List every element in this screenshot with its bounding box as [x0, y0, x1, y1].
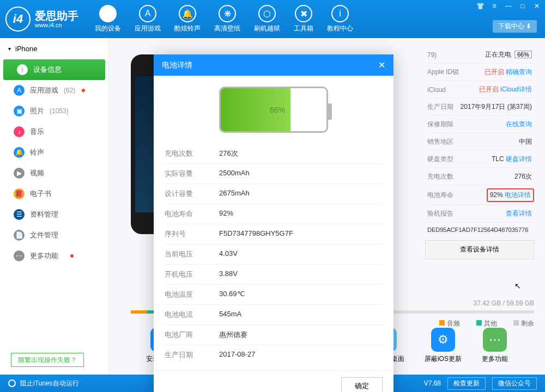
- close-icon[interactable]: ✕: [532, 2, 542, 10]
- nav-icon: i: [331, 5, 349, 22]
- sidebar-label: 视频: [30, 168, 44, 178]
- sidebar-item-2[interactable]: ▣照片(1053): [0, 101, 108, 121]
- modal-title: 电池详情: [162, 60, 192, 70]
- modal-value: 惠州德赛: [219, 330, 247, 340]
- action-label: 更多功能: [482, 354, 508, 364]
- nav-item-6[interactable]: i教程中心: [327, 5, 353, 33]
- info-link[interactable]: 精确查询: [506, 68, 532, 76]
- action-6[interactable]: ⋯更多功能: [482, 328, 508, 364]
- modal-value: 3.88V: [219, 270, 238, 279]
- modal-label: 实际容量: [165, 169, 219, 179]
- info-value: 正在充电: [485, 51, 511, 58]
- maximize-icon[interactable]: □: [518, 2, 528, 10]
- top-nav: 我的设备A应用游戏🔔酷炫铃声❋高清壁纸⬡刷机越狱✖工具箱i教程中心: [95, 5, 353, 33]
- info-row: Apple ID锁已开启 精确查询: [425, 64, 534, 81]
- modal-row: 电池厂商惠州德赛: [165, 324, 383, 345]
- sidebar-item-8[interactable]: 📄文件管理: [0, 225, 108, 246]
- info-value: 92%: [490, 191, 503, 199]
- sidebar-count: (62): [64, 87, 75, 94]
- action-icon: ⚙: [431, 328, 455, 352]
- nav-item-5[interactable]: ✖工具箱: [294, 5, 313, 33]
- nav-icon: ❋: [219, 5, 236, 22]
- sidebar-item-7[interactable]: ☰资料管理: [0, 204, 108, 225]
- ok-button[interactable]: 确定: [341, 377, 383, 392]
- wechat-button[interactable]: 微信公众号: [492, 377, 537, 390]
- modal-row: 充电次数276次: [165, 144, 383, 163]
- nav-icon: 🔔: [179, 5, 196, 22]
- modal-row: 序列号F5D7347798GHY5G7F: [165, 224, 383, 244]
- modal-value: 2500mAh: [219, 169, 250, 179]
- version-label: V7.68: [424, 379, 441, 387]
- nav-icon: A: [139, 5, 156, 22]
- sidebar-device-header[interactable]: ▾ iPhone: [0, 38, 108, 59]
- info-value: 中国: [519, 138, 532, 145]
- nav-item-3[interactable]: ❋高清壁纸: [214, 5, 240, 33]
- sidebar-icon: A: [14, 85, 25, 96]
- battery-percent-label: 66%: [270, 106, 285, 114]
- sidebar-icon: ▣: [14, 106, 25, 117]
- info-row: 销售地区中国: [425, 133, 534, 151]
- sidebar-item-3[interactable]: ♪音乐: [0, 121, 108, 142]
- chevron-down-icon: ▾: [8, 46, 11, 52]
- modal-row: 实际容量2500mAh: [165, 163, 383, 183]
- menu-icon[interactable]: ≡: [489, 2, 499, 10]
- sidebar-item-4[interactable]: 🔔铃声: [0, 142, 108, 163]
- info-label: 充电次数: [427, 172, 453, 181]
- battery-detail-link[interactable]: 电池详情: [505, 191, 531, 199]
- modal-label: 电池温度: [165, 290, 219, 299]
- header: i4 爱思助手 www.i4.cn 我的设备A应用游戏🔔酷炫铃声❋高清壁纸⬡刷机…: [0, 0, 545, 38]
- sidebar-icon: 📕: [14, 188, 25, 199]
- nav-item-4[interactable]: ⬡刷机越狱: [254, 5, 280, 33]
- modal-close-icon[interactable]: ✕: [378, 60, 385, 70]
- modal-row: 设计容量2675mAh: [165, 183, 383, 204]
- nav-label: 高清壁纸: [214, 24, 240, 33]
- sidebar-help-link[interactable]: 频繁出现操作失败？: [11, 353, 84, 367]
- red-dot-icon: [70, 254, 74, 258]
- minimize-icon[interactable]: —: [504, 2, 513, 10]
- sidebar-item-6[interactable]: 📕电子书: [0, 183, 108, 204]
- red-dot-icon: [82, 89, 85, 92]
- sidebar-item-9[interactable]: ⋯更多功能: [0, 246, 108, 266]
- nav-item-1[interactable]: A应用游戏: [135, 5, 161, 33]
- info-label: Apple ID锁: [427, 68, 459, 77]
- modal-label: 序列号: [165, 229, 219, 239]
- download-center-button[interactable]: 下载中心 ⬇: [493, 20, 537, 33]
- modal-label: 电池电流: [165, 310, 219, 320]
- legend-item: 音频: [439, 319, 460, 328]
- modal-value: 2675mAh: [219, 189, 250, 199]
- info-link[interactable]: 查看详情: [506, 210, 532, 217]
- check-update-button[interactable]: 检查更新: [447, 377, 486, 390]
- modal-label: 充电次数: [165, 149, 219, 158]
- logo[interactable]: i4 爱思助手 www.i4.cn: [5, 7, 78, 32]
- info-link[interactable]: 硬盘详情: [506, 155, 532, 163]
- info-row: 生产日期2017年9月17日 (第37周): [425, 99, 534, 116]
- info-link[interactable]: iCloud详情: [500, 85, 532, 93]
- action-icon: ⋯: [483, 328, 507, 352]
- info-label: 销售地区: [427, 137, 453, 146]
- sidebar-item-5[interactable]: ▶视频: [0, 163, 108, 183]
- sidebar-item-0[interactable]: i设备信息: [3, 59, 105, 80]
- nav-item-2[interactable]: 🔔酷炫铃声: [174, 5, 201, 33]
- nav-label: 刷机越狱: [254, 24, 280, 33]
- view-device-detail-button[interactable]: 查看设备详情: [425, 240, 534, 259]
- sidebar-label: 更多功能: [30, 251, 58, 261]
- nav-icon: ✖: [295, 5, 312, 22]
- sidebar-item-1[interactable]: A应用游戏(62): [0, 80, 108, 101]
- legend-swatch: [439, 320, 445, 326]
- sidebar-label: 铃声: [30, 148, 44, 157]
- info-link[interactable]: 在线查询: [506, 120, 532, 128]
- modal-value: 276次: [219, 149, 238, 158]
- info-value: 已开启: [485, 68, 504, 76]
- logo-title: 爱思助手: [35, 10, 78, 22]
- nav-item-0[interactable]: 我的设备: [95, 5, 121, 33]
- nav-label: 工具箱: [294, 24, 313, 33]
- status-itunes-label[interactable]: 阻止iTunes自动运行: [20, 379, 79, 388]
- info-label: 生产日期: [427, 102, 453, 112]
- nav-label: 酷炫铃声: [174, 24, 201, 33]
- info-row: iCloud已开启 iCloud详情: [425, 81, 534, 99]
- battery-icon: 66%: [219, 87, 328, 133]
- action-5[interactable]: ⚙屏蔽iOS更新: [425, 328, 462, 364]
- info-udid: DED95ACF1AD7F12564D487035776: [427, 226, 528, 233]
- tshirt-icon[interactable]: 👕: [475, 2, 485, 10]
- sidebar: ▾ iPhone i设备信息A应用游戏(62)▣照片(1053)♪音乐🔔铃声▶视…: [0, 38, 109, 375]
